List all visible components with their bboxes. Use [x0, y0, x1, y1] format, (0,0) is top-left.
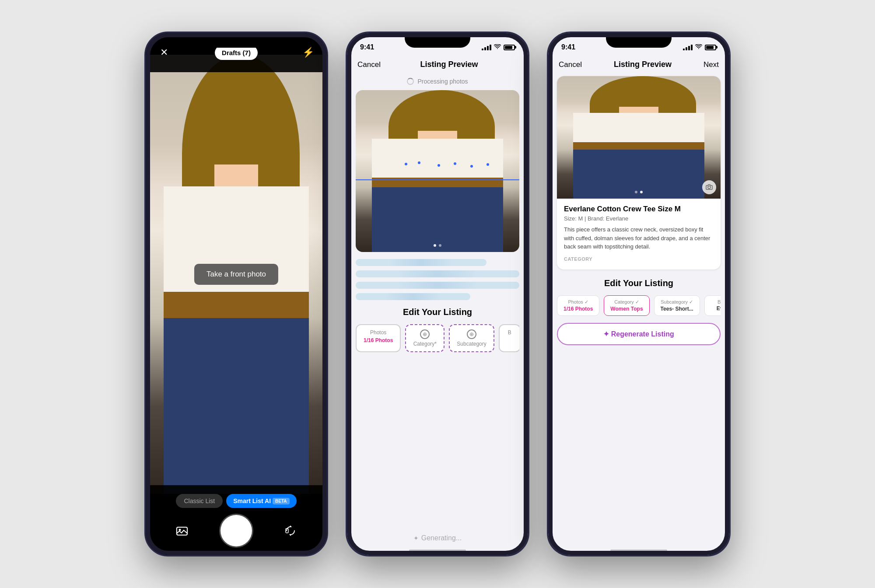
- subcategory-tab-2[interactable]: ⊕ Subcategory: [449, 324, 494, 352]
- listing-meta: Size: M | Brand: Everlane: [564, 215, 714, 222]
- category-tab-2[interactable]: ⊕ Category*: [405, 324, 444, 352]
- wifi-icon-2: [494, 44, 501, 51]
- flip-camera-icon[interactable]: [283, 523, 298, 539]
- cancel-button-2[interactable]: Cancel: [357, 60, 381, 69]
- card-dot-2: [640, 191, 643, 193]
- camera-controls: [146, 515, 327, 546]
- subcategory-tab-label-2: Subcategory: [457, 341, 486, 347]
- subcategory-tab-icon-2: ⊕: [467, 329, 476, 339]
- scan-line: [356, 179, 519, 180]
- loading-skeleton: [356, 259, 519, 300]
- camera-viewfinder: Take a front photo: [146, 55, 327, 494]
- listing-card-info-3: Everlane Cotton Crew Tee Size M Size: M …: [557, 199, 721, 270]
- phone-1: ✕ Drafts (7) ⚡ Take a front phot: [144, 32, 328, 556]
- listing-photo-2: [356, 90, 519, 252]
- category-tab-3[interactable]: Category ✓ Women Tops: [604, 295, 649, 316]
- listing-tabs-2: Photos 1/16 Photos ⊕ Category* ⊕ Subcate…: [356, 324, 519, 352]
- spinner-icon: [407, 78, 414, 85]
- listing-card-3: Everlane Cotton Crew Tee Size M Size: M …: [557, 76, 721, 270]
- category-tab-label-2: Category*: [413, 341, 437, 347]
- svg-rect-0: [177, 527, 187, 535]
- camera-mode-tabs: Classic List Smart List AI BETA: [176, 494, 296, 508]
- processing-banner: Processing photos: [347, 73, 528, 90]
- home-indicator-2: [409, 550, 466, 552]
- next-button-3[interactable]: Next: [704, 60, 719, 69]
- phone-2: 9:41: [346, 32, 529, 556]
- gallery-icon[interactable]: [174, 523, 190, 539]
- battery-icon-3: [705, 45, 716, 50]
- skeleton-line-2: [356, 270, 519, 277]
- phone-3: 9:41: [547, 32, 731, 556]
- brand-tab-3[interactable]: Br... Ev...: [704, 295, 721, 316]
- svg-marker-2: [289, 525, 292, 527]
- signal-bars-3: [683, 45, 693, 50]
- edit-listing-title-2: Edit Your Listing: [356, 307, 519, 317]
- category-tab-icon-2: ⊕: [420, 329, 430, 339]
- nav-title-3: Listing Preview: [614, 60, 672, 69]
- card-image-overlay-3: [557, 191, 721, 193]
- close-icon[interactable]: ✕: [156, 45, 172, 60]
- category-tab-label3: Category ✓: [614, 299, 639, 305]
- listing-image-2: [356, 90, 519, 252]
- image-dot-2: [439, 244, 441, 247]
- photos-tab-label-2: Photos: [370, 329, 386, 336]
- notch-1: [203, 33, 269, 48]
- flash-icon[interactable]: ⚡: [301, 45, 316, 60]
- shutter-button[interactable]: [220, 515, 252, 546]
- photo-overlay-text: Take a front photo: [194, 264, 278, 285]
- status-icons-3: [683, 44, 716, 51]
- category-label: CATEGORY: [564, 256, 714, 262]
- brand-tab-sub3: Ev...: [717, 305, 721, 312]
- notch-2: [405, 33, 470, 48]
- brand-tab-label-2: B: [508, 329, 511, 336]
- brand-tab-label3: Br...: [718, 299, 721, 304]
- notch-3: [606, 33, 672, 48]
- smart-list-tab[interactable]: Smart List AI BETA: [226, 494, 296, 508]
- camera-image: Take a front photo: [146, 55, 327, 494]
- category-tab-sub3: Women Tops: [610, 306, 643, 312]
- status-time-2: 9:41: [360, 43, 374, 51]
- svg-point-1: [179, 529, 181, 531]
- photos-tab-3[interactable]: Photos ✓ 1/16 Photos: [557, 295, 599, 316]
- listing-tabs-3: Photos ✓ 1/16 Photos Category ✓ Women To…: [557, 295, 721, 316]
- subcategory-tab-3[interactable]: Subcategory ✓ Tees- Short...: [654, 295, 700, 316]
- nav-bar-3: Cancel Listing Preview Next: [548, 56, 729, 73]
- photos-tab-label3: Photos ✓: [568, 299, 588, 305]
- camera-edit-button[interactable]: [702, 180, 716, 194]
- photos-tab-sub3: 1/16 Photos: [564, 306, 593, 312]
- listing-title: Everlane Cotton Crew Tee Size M: [564, 205, 714, 214]
- processing-text: Processing photos: [417, 78, 468, 85]
- edit-listing-title-3: Edit Your Listing: [557, 278, 721, 288]
- skeleton-line-1: [356, 259, 486, 266]
- classic-list-tab[interactable]: Classic List: [176, 494, 223, 508]
- photos-tab-sub-2: 1/16 Photos: [364, 337, 393, 343]
- beta-badge: BETA: [273, 498, 289, 504]
- status-icons-2: [482, 44, 515, 51]
- camera-bottom-bar: Classic List Smart List AI BETA: [146, 485, 327, 555]
- photos-tab-2[interactable]: Photos 1/16 Photos: [356, 324, 401, 352]
- listing-card-image-3: [557, 76, 721, 199]
- card-dot-1: [635, 191, 637, 193]
- generating-text: Generating...: [421, 534, 462, 542]
- status-time-3: 9:41: [561, 43, 575, 51]
- brand-tab-2[interactable]: B: [499, 324, 519, 352]
- person-silhouette-3: [557, 76, 721, 199]
- image-dot-1: [434, 244, 436, 247]
- listing-description: This piece offers a classic crew neck, o…: [564, 225, 714, 251]
- nav-title-2: Listing Preview: [420, 60, 478, 69]
- subcategory-tab-sub3: Tees- Short...: [661, 306, 693, 312]
- sparkle-icon: ✦: [413, 535, 419, 542]
- generating-bar: ✦ Generating...: [347, 534, 528, 542]
- image-dots-2: [434, 244, 441, 247]
- edit-listing-section-2: Edit Your Listing Photos 1/16 Photos ⊕ C…: [347, 307, 528, 352]
- skeleton-line-3: [356, 282, 519, 289]
- skeleton-line-4: [356, 293, 470, 300]
- battery-icon-2: [504, 45, 515, 50]
- edit-listing-section-3: Edit Your Listing Photos ✓ 1/16 Photos C…: [548, 273, 729, 316]
- signal-bars-2: [482, 45, 491, 50]
- nav-bar-2: Cancel Listing Preview: [347, 56, 528, 73]
- cancel-button-3[interactable]: Cancel: [559, 60, 582, 69]
- wifi-icon-3: [695, 44, 702, 51]
- svg-marker-3: [289, 534, 292, 536]
- regenerate-button[interactable]: ✦ Regenerate Listing: [557, 323, 721, 345]
